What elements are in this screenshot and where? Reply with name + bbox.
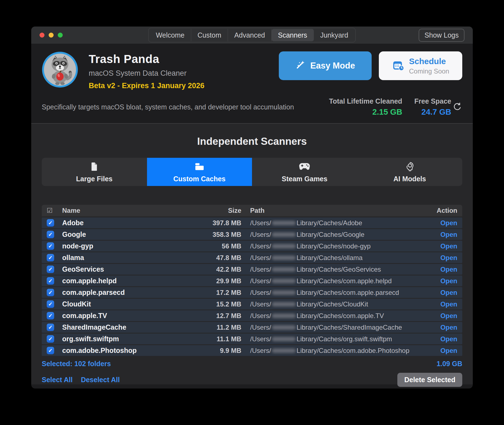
titlebar-tab-scanners[interactable]: Scanners (272, 29, 314, 41)
check-icon: ✓ (48, 324, 53, 330)
scanners-section: Independent Scanners Large FilesCustom C… (31, 124, 473, 384)
row-path: /Users/Library/Caches/Adobe (241, 219, 432, 227)
check-icon: ✓ (48, 243, 53, 249)
open-link[interactable]: Open (440, 219, 457, 227)
path-prefix: /Users/ (250, 335, 271, 343)
row-name: org.swift.swiftpm (62, 335, 200, 343)
row-checkbox[interactable]: ✓ (47, 289, 54, 296)
check-icon: ✓ (48, 231, 53, 238)
row-name: CloudKit (62, 300, 200, 308)
titlebar-tab-advanced[interactable]: Advanced (228, 29, 272, 41)
row-name: Google (62, 230, 200, 238)
close-window-button[interactable] (40, 33, 44, 38)
redacted-username (272, 290, 296, 295)
column-header-size: Size (200, 207, 241, 214)
row-checkbox[interactable]: ✓ (47, 277, 54, 285)
path-suffix: Library/Caches/SharedImageCache (296, 324, 402, 331)
table-row: ✓GeoServices42.2 MB/Users/Library/Caches… (42, 264, 462, 275)
check-icon: ✓ (48, 289, 53, 296)
scanner-tab-custom-caches[interactable]: Custom Caches (147, 158, 252, 186)
open-link[interactable]: Open (440, 324, 457, 331)
row-size: 47.8 MB (200, 254, 241, 262)
row-name: SharedImageCache (62, 323, 200, 331)
row-path: /Users/Library/Caches/node-gyp (241, 242, 432, 250)
scanner-tab-steam-games[interactable]: Steam Games (252, 158, 357, 186)
scanner-tab-large-files[interactable]: Large Files (42, 158, 147, 186)
stat-block: Total Lifetime Cleaned2.15 GB (329, 97, 402, 117)
check-icon: ✓ (48, 313, 53, 319)
scanner-tab-label: Steam Games (282, 175, 327, 183)
schedule-sublabel: Coming Soon (409, 67, 449, 75)
minimize-window-button[interactable] (49, 33, 54, 38)
row-name: node-gyp (62, 242, 200, 250)
row-checkbox[interactable]: ✓ (47, 335, 54, 343)
titlebar-tab-junkyard[interactable]: Junkyard (314, 29, 355, 41)
scanner-tab-label: Custom Caches (173, 175, 225, 183)
zoom-window-button[interactable] (58, 33, 63, 38)
easy-mode-label: Easy Mode (310, 61, 355, 71)
app-header: Trash Panda macOS System Data Cleaner Be… (31, 44, 473, 124)
path-prefix: /Users/ (250, 324, 271, 331)
row-checkbox[interactable]: ✓ (47, 242, 54, 250)
path-prefix: /Users/ (250, 347, 271, 355)
open-link[interactable]: Open (440, 289, 457, 296)
checkbox-outline-icon[interactable]: ☑ (47, 207, 53, 214)
table-row: ✓node-gyp56 MB/Users/Library/Caches/node… (42, 241, 462, 251)
open-link[interactable]: Open (440, 242, 457, 250)
select-all-link[interactable]: Select All (42, 376, 73, 384)
open-link[interactable]: Open (440, 347, 457, 354)
caches-table: ☑ Name Size Path Action ✓Adobe397.8 MB/U… (42, 205, 462, 356)
redacted-username (272, 221, 296, 225)
stats: Total Lifetime Cleaned2.15 GBFree Space2… (329, 97, 451, 117)
row-path: /Users/Library/Caches/com.apple.helpd (241, 277, 432, 285)
scanner-tab-ai-models[interactable]: AI Models (357, 158, 463, 186)
open-link[interactable]: Open (440, 335, 457, 343)
stat-block: Free Space24.7 GB (414, 97, 451, 117)
redacted-username (272, 348, 296, 353)
path-prefix: /Users/ (250, 266, 271, 273)
table-row: ✓com.apple.parsecd17.2 MB/Users/Library/… (42, 287, 462, 298)
row-checkbox[interactable]: ✓ (47, 300, 54, 308)
easy-mode-button[interactable]: Easy Mode (279, 51, 372, 80)
check-icon: ✓ (48, 220, 53, 226)
app-window: WelcomeCustomAdvancedScannersJunkyard Sh… (31, 27, 473, 389)
open-link[interactable]: Open (440, 300, 457, 308)
open-link[interactable]: Open (440, 231, 457, 238)
titlebar-tab-custom[interactable]: Custom (191, 29, 228, 41)
titlebar-tab-welcome[interactable]: Welcome (149, 29, 191, 41)
open-link[interactable]: Open (440, 254, 457, 261)
redacted-username (272, 314, 296, 318)
redacted-username (272, 256, 296, 260)
refresh-icon[interactable] (452, 102, 462, 112)
open-link[interactable]: Open (440, 277, 457, 285)
stat-value: 24.7 GB (414, 107, 451, 117)
row-size: 358.3 MB (200, 231, 241, 238)
path-suffix: Library/Caches/GeoServices (296, 266, 381, 273)
table-row: ✓CloudKit15.2 MB/Users/Library/Caches/Cl… (42, 299, 462, 309)
schedule-button[interactable]: Schedule Coming Soon (379, 51, 462, 80)
open-link[interactable]: Open (440, 266, 457, 273)
stat-label: Total Lifetime Cleaned (329, 97, 402, 105)
selected-size-text: 1.09 GB (437, 360, 462, 368)
row-checkbox[interactable]: ✓ (47, 254, 54, 261)
row-size: 42.2 MB (200, 266, 241, 273)
app-description: Specifically targets macOS bloat, system… (42, 103, 294, 111)
row-size: 15.2 MB (200, 300, 241, 308)
row-checkbox[interactable]: ✓ (47, 231, 54, 238)
deselect-all-link[interactable]: Deselect All (81, 376, 120, 384)
row-checkbox[interactable]: ✓ (47, 347, 54, 354)
open-link[interactable]: Open (440, 312, 457, 319)
delete-selected-button[interactable]: Delete Selected (397, 373, 462, 387)
row-checkbox[interactable]: ✓ (47, 324, 54, 331)
show-logs-button[interactable]: Show Logs (419, 29, 464, 42)
path-suffix: Library/Caches/ollama (296, 254, 363, 262)
row-size: 11.2 MB (200, 324, 241, 331)
path-suffix: Library/Caches/org.swift.swiftpm (296, 335, 392, 343)
row-checkbox[interactable]: ✓ (47, 219, 54, 227)
row-name: Adobe (62, 219, 200, 227)
row-checkbox[interactable]: ✓ (47, 266, 54, 273)
row-checkbox[interactable]: ✓ (47, 312, 54, 319)
row-size: 17.2 MB (200, 289, 241, 297)
path-suffix: Library/Caches/com.apple.TV (296, 312, 384, 320)
redacted-username (272, 232, 296, 237)
